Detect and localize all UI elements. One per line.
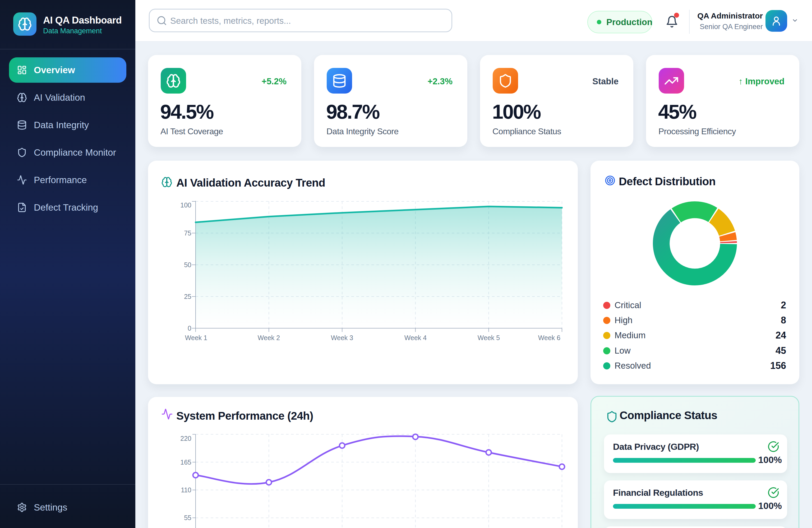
svg-text:Week 4: Week 4: [404, 334, 426, 341]
svg-text:100: 100: [180, 201, 191, 209]
svg-text:Week 2: Week 2: [258, 334, 280, 341]
svg-text:110: 110: [181, 486, 191, 494]
svg-text:0: 0: [188, 324, 191, 332]
svg-text:165: 165: [180, 458, 191, 466]
svg-text:Week 3: Week 3: [331, 334, 353, 341]
svg-text:Week 5: Week 5: [478, 334, 500, 341]
svg-text:220: 220: [180, 435, 191, 442]
svg-text:50: 50: [184, 261, 191, 268]
svg-text:Week 1: Week 1: [185, 334, 207, 341]
svg-text:75: 75: [184, 230, 191, 237]
svg-text:25: 25: [184, 293, 191, 300]
svg-text:55: 55: [184, 514, 191, 522]
svg-text:Week 6: Week 6: [538, 334, 560, 341]
